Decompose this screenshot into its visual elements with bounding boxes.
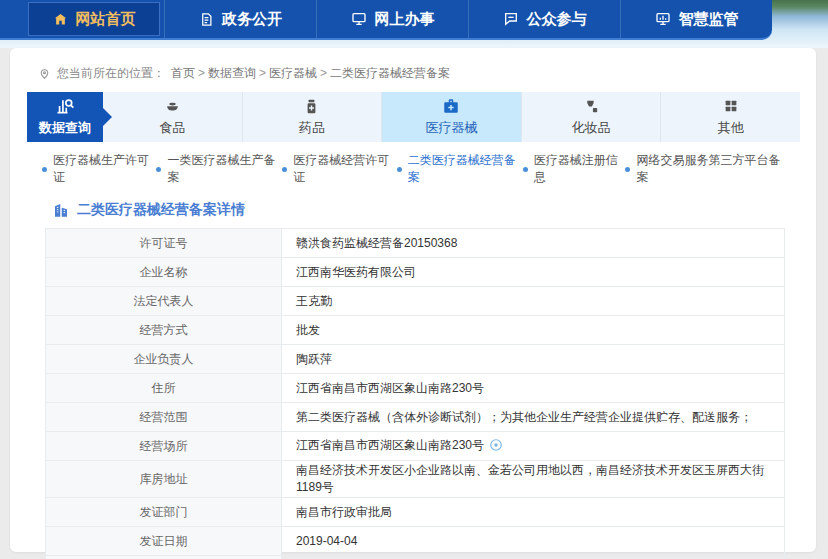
monitor-icon: [351, 11, 367, 27]
field-value-text: 批发: [296, 323, 320, 337]
field-value-text: 江西省南昌市西湖区象山南路230号: [296, 438, 484, 452]
table-row: 许可证号赣洪食药监械经营备20150368: [46, 229, 785, 258]
category-tabs: 数据查询食品药品医疗器械化妆品其他: [27, 92, 800, 142]
subnav-item-third-party-platform-filing[interactable]: 网络交易服务第三方平台备案: [625, 152, 786, 186]
screen-icon: [655, 11, 671, 27]
nav-item-label: 智慧监管: [679, 10, 739, 29]
breadcrumb-link[interactable]: 医疗器械: [269, 66, 317, 80]
table-row: 法定代表人王克勤: [46, 287, 785, 316]
table-row: 公示日期2019-04-04: [46, 556, 785, 559]
table-row: 发证日期2019-04-04: [46, 527, 785, 556]
bullet-dot-icon: [625, 167, 630, 172]
subnav-item-class2-operation-filing[interactable]: 二类医疗器械经营备案: [397, 152, 523, 186]
tab-drug[interactable]: 药品: [243, 92, 383, 142]
field-value: 2019-04-04: [282, 556, 785, 559]
field-value: 陶跃萍: [282, 345, 785, 374]
location-circle-icon[interactable]: [489, 438, 503, 455]
food-icon: [164, 97, 181, 115]
bullet-dot-icon: [42, 167, 47, 172]
table-row: 发证部门南昌市行政审批局: [46, 498, 785, 527]
field-label: 公示日期: [46, 556, 282, 559]
subnav-item-operation-license[interactable]: 医疗器械经营许可证: [282, 152, 396, 186]
page-title: 二类医疗器械经营备案详情: [77, 201, 245, 219]
subnav-item-label: 网络交易服务第三方平台备案: [636, 152, 786, 186]
subnav-item-label: 二类医疗器械经营备案: [408, 152, 523, 186]
breadcrumb-link[interactable]: 首页: [171, 66, 195, 80]
bullet-dot-icon: [156, 167, 161, 172]
nav-item-label: 政务公开: [222, 10, 282, 29]
building-icon: [52, 201, 70, 219]
tab-label: 医疗器械: [425, 119, 477, 137]
nav-item-online-service[interactable]: 网上办事: [316, 0, 468, 38]
tab-data-query[interactable]: 数据查询: [27, 92, 103, 142]
field-value: 南昌市行政审批局: [282, 498, 785, 527]
tab-label: 食品: [159, 119, 185, 137]
breadcrumb-separator: >: [259, 66, 266, 80]
detail-table-body: 许可证号赣洪食药监械经营备20150368企业名称江西南华医药有限公司法定代表人…: [46, 229, 785, 559]
field-label: 法定代表人: [46, 287, 282, 316]
field-label: 发证日期: [46, 527, 282, 556]
tab-label: 数据查询: [39, 119, 91, 137]
home-icon: [53, 12, 68, 27]
field-value-text: 江西南华医药有限公司: [296, 265, 416, 279]
field-label: 经营场所: [46, 432, 282, 461]
subnav-item-production-license[interactable]: 医疗器械生产许可证: [42, 152, 156, 186]
table-row: 住所江西省南昌市西湖区象山南路230号: [46, 374, 785, 403]
field-label: 发证部门: [46, 498, 282, 527]
drug-icon: [303, 97, 320, 115]
tab-food[interactable]: 食品: [103, 92, 243, 142]
nav-item-home[interactable]: 网站首页: [28, 2, 160, 36]
field-value: 批发: [282, 316, 785, 345]
page-title-row: 二类医疗器械经营备案详情: [52, 201, 816, 219]
nav-item-label: 网站首页: [76, 10, 136, 29]
cosmetics-icon: [583, 97, 600, 115]
doc-icon: [199, 12, 214, 27]
subnav-item-class1-production-filing[interactable]: 一类医疗器械生产备案: [156, 152, 282, 186]
location-pin-icon: [38, 67, 51, 80]
field-label: 企业名称: [46, 258, 282, 287]
medical-device-icon: [442, 97, 460, 115]
tab-label: 其他: [718, 119, 744, 137]
subnav-item-label: 医疗器械注册信息: [534, 152, 626, 186]
field-value-text: 王克勤: [296, 294, 332, 308]
breadcrumb-link[interactable]: 二类医疗器械经营备案: [330, 66, 450, 80]
table-row: 企业名称江西南华医药有限公司: [46, 258, 785, 287]
nav-item-label: 网上办事: [375, 10, 435, 29]
subnav-item-label: 医疗器械经营许可证: [293, 152, 396, 186]
field-value-text: 第二类医疗器械（含体外诊断试剂）；为其他企业生产经营企业提供贮存、配送服务；: [296, 410, 752, 424]
breadcrumb-separator: >: [198, 66, 205, 80]
bullet-dot-icon: [523, 167, 528, 172]
field-value: 2019-04-04: [282, 527, 785, 556]
field-value: 赣洪食药监械经营备20150368: [282, 229, 785, 258]
table-row: 企业负责人陶跃萍: [46, 345, 785, 374]
field-label: 经营范围: [46, 403, 282, 432]
field-value: 江西省南昌市西湖区象山南路230号: [282, 432, 785, 461]
detail-table: 许可证号赣洪食药监械经营备20150368企业名称江西南华医药有限公司法定代表人…: [45, 228, 785, 559]
subnav-item-registration-info[interactable]: 医疗器械注册信息: [523, 152, 626, 186]
bullet-dot-icon: [282, 167, 287, 172]
content-card: 您当前所在的位置： 首页>数据查询>医疗器械>二类医疗器械经营备案 数据查询食品…: [10, 48, 816, 552]
field-value-text: 2019-04-04: [296, 534, 357, 548]
header-background: 网站首页政务公开网上办事公众参与智慧监管: [0, 0, 828, 48]
table-row: 库房地址南昌经济技术开发区小企业路以南、金若公司用地以西，南昌经济技术开发区玉屏…: [46, 461, 785, 498]
field-value: 第二类医疗器械（含体外诊断试剂）；为其他企业生产经营企业提供贮存、配送服务；: [282, 403, 785, 432]
field-value-text: 南昌市行政审批局: [296, 505, 392, 519]
field-value: 江西南华医药有限公司: [282, 258, 785, 287]
nav-item-smart-supervision[interactable]: 智慧监管: [620, 0, 772, 38]
breadcrumb-link[interactable]: 数据查询: [208, 66, 256, 80]
field-label: 企业负责人: [46, 345, 282, 374]
field-value-text: 江西省南昌市西湖区象山南路230号: [296, 381, 484, 395]
speech-icon: [503, 11, 519, 27]
field-value: 南昌经济技术开发区小企业路以南、金若公司用地以西，南昌经济技术开发区玉屏西大街1…: [282, 461, 785, 498]
tab-label: 药品: [299, 119, 325, 137]
sub-nav: 医疗器械生产许可证一类医疗器械生产备案医疗器械经营许可证二类医疗器械经营备案医疗…: [42, 152, 786, 186]
nav-item-gov-info[interactable]: 政务公开: [164, 0, 316, 38]
tab-label: 化妆品: [572, 119, 611, 137]
tab-other[interactable]: 其他: [661, 92, 800, 142]
field-value-text: 赣洪食药监械经营备20150368: [296, 236, 457, 250]
field-value-text: 陶跃萍: [296, 352, 332, 366]
tab-cosmetics[interactable]: 化妆品: [522, 92, 662, 142]
breadcrumb: 您当前所在的位置： 首页>数据查询>医疗器械>二类医疗器械经营备案: [10, 48, 816, 88]
tab-medical-device[interactable]: 医疗器械: [382, 92, 522, 142]
nav-item-public-participation[interactable]: 公众参与: [468, 0, 620, 38]
